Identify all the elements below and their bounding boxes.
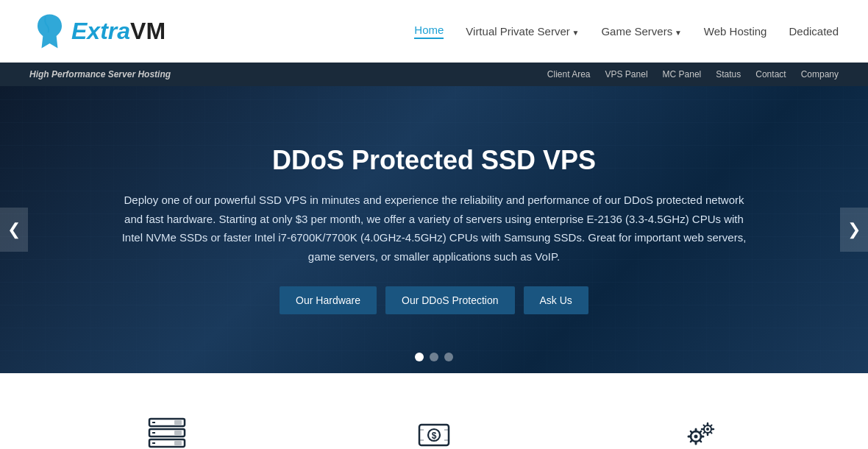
nav-dedicated[interactable]: Dedicated <box>789 25 839 38</box>
link-mc-panel[interactable]: MC Panel <box>663 69 702 79</box>
svg-rect-2 <box>174 420 182 425</box>
svg-point-27 <box>706 428 709 431</box>
feature-high-performance: High Performance We use a variety of har… <box>44 410 289 449</box>
server-icon <box>59 417 274 448</box>
svg-rect-13 <box>444 429 449 431</box>
ask-button[interactable]: Ask Us <box>524 286 588 314</box>
features-section: High Performance We use a variety of har… <box>0 373 868 449</box>
svg-rect-8 <box>174 441 182 445</box>
logo-extra: Extra <box>71 18 130 45</box>
link-company[interactable]: Company <box>801 69 839 79</box>
hero-content: DDoS Protected SSD VPS Deploy one of our… <box>103 116 765 344</box>
svg-line-35 <box>704 432 705 434</box>
svg-line-32 <box>704 425 705 427</box>
svg-line-22 <box>691 431 692 433</box>
svg-line-24 <box>700 431 701 433</box>
ddos-button[interactable]: Our DDoS Protection <box>385 286 515 314</box>
hero-dot-1[interactable] <box>415 353 424 361</box>
link-vps-panel[interactable]: VPS Panel <box>605 69 648 79</box>
nav-web-hosting[interactable]: Web Hosting <box>704 25 767 38</box>
hero-title: DDoS Protected SSD VPS <box>118 145 750 176</box>
hero-prev-button[interactable]: ❮ <box>0 208 28 252</box>
hero-dot-2[interactable] <box>430 353 438 361</box>
svg-rect-5 <box>174 431 182 435</box>
svg-rect-14 <box>419 439 424 441</box>
svg-point-17 <box>694 435 698 439</box>
svg-rect-15 <box>444 439 449 441</box>
main-nav: Home Virtual Private Server Game Servers… <box>414 24 839 39</box>
hero-body: Deploy one of our powerful SSD VPS in mi… <box>118 191 750 266</box>
hardware-button[interactable]: Our Hardware <box>280 286 377 314</box>
hero-section: ❮ DDoS Protected SSD VPS Deploy one of o… <box>0 86 868 373</box>
svg-rect-12 <box>419 429 424 431</box>
link-status[interactable]: Status <box>716 69 741 79</box>
feature-affordable: $ Affordable Our services come at afford… <box>311 410 556 449</box>
nav-vps[interactable]: Virtual Private Server <box>466 25 579 38</box>
nav-home[interactable]: Home <box>414 24 444 39</box>
secondary-nav: High Performance Server Hosting Client A… <box>0 63 868 86</box>
hero-dot-3[interactable] <box>444 353 453 361</box>
nav-game-servers[interactable]: Game Servers <box>601 25 681 38</box>
svg-line-33 <box>711 432 712 434</box>
dollar-circle-icon: $ <box>326 417 541 449</box>
svg-text:$: $ <box>432 431 437 441</box>
hero-buttons: Our Hardware Our DDoS Protection Ask Us <box>118 286 750 314</box>
svg-line-23 <box>700 440 701 442</box>
logo[interactable]: ExtraVM <box>29 11 166 52</box>
gear-settings-icon <box>594 417 809 449</box>
logo-icon <box>29 11 70 52</box>
svg-line-34 <box>711 425 712 427</box>
header: ExtraVM Home Virtual Private Server Game… <box>0 0 868 63</box>
link-contact[interactable]: Contact <box>755 69 786 79</box>
hero-next-button[interactable]: ❯ <box>840 208 868 252</box>
secondary-links: Client Area VPS Panel MC Panel Status Co… <box>547 69 839 79</box>
tagline: High Performance Server Hosting <box>29 69 171 79</box>
hero-dots <box>415 353 453 361</box>
svg-line-25 <box>691 440 692 442</box>
feature-easy-management: Easy Management We use many industry sta… <box>579 410 824 449</box>
link-client-area[interactable]: Client Area <box>547 69 591 79</box>
logo-vm: VM <box>130 18 166 45</box>
